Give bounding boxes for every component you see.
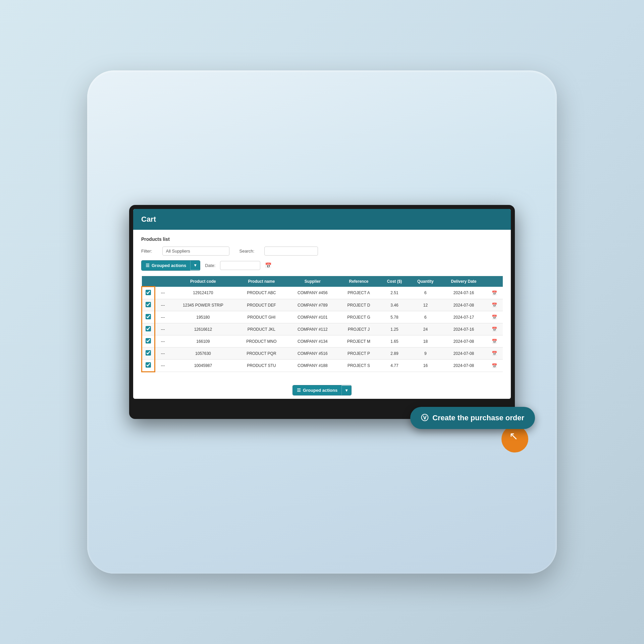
row-handle[interactable]: --- bbox=[155, 323, 170, 335]
cost-cell: 1.25 bbox=[379, 323, 410, 335]
create-purchase-order-button[interactable]: ⓥ Create the purchase order bbox=[410, 407, 535, 429]
row-calendar-icon[interactable]: 📅 bbox=[492, 290, 497, 296]
row-checkbox[interactable] bbox=[146, 290, 151, 295]
row-calendar-icon[interactable]: 📅 bbox=[492, 351, 497, 356]
th-action bbox=[486, 276, 503, 287]
row-checkbox[interactable] bbox=[146, 350, 151, 356]
reference-cell: PROJECT J bbox=[338, 323, 379, 335]
row-handle[interactable]: --- bbox=[155, 335, 170, 347]
bottom-list-icon: ☰ bbox=[297, 388, 301, 393]
checkbox-cell bbox=[142, 287, 155, 299]
table-row: ---1057630PRODUCT PQRCOMPANY #516PROJECT… bbox=[142, 347, 503, 360]
quantity-cell: 6 bbox=[410, 311, 441, 323]
th-product-code: Product code bbox=[170, 276, 236, 287]
table-row: ---166109PRODUCT MNOCOMPANY #134PROJECT … bbox=[142, 335, 503, 347]
cost-cell: 2.51 bbox=[379, 287, 410, 299]
products-table: Product code Product name Supplier Refer… bbox=[141, 276, 503, 373]
product-code-cell: 1057630 bbox=[170, 347, 236, 360]
grouped-actions-main-btn[interactable]: ☰ Grouped actions bbox=[142, 261, 190, 270]
row-handle[interactable]: --- bbox=[155, 311, 170, 323]
bottom-toolbar: ☰ Grouped actions ▼ bbox=[133, 379, 511, 399]
row-handle[interactable]: --- bbox=[155, 287, 170, 299]
reference-cell: PROJECT S bbox=[338, 360, 379, 372]
product-name-cell: PRODUCT GHI bbox=[236, 311, 287, 323]
row-calendar-cell[interactable]: 📅 bbox=[486, 287, 503, 299]
delivery-date-cell: 2024-07-17 bbox=[441, 311, 486, 323]
th-reference: Reference bbox=[338, 276, 379, 287]
search-input[interactable] bbox=[264, 247, 318, 256]
monitor-screen: Cart Products list Filter: Search: ☰ bbox=[133, 209, 511, 399]
row-checkbox[interactable] bbox=[146, 338, 151, 343]
product-name-cell: PRODUCT PQR bbox=[236, 347, 287, 360]
row-calendar-cell[interactable]: 📅 bbox=[486, 335, 503, 347]
row-checkbox[interactable] bbox=[146, 314, 151, 319]
row-checkbox[interactable] bbox=[146, 362, 151, 368]
quantity-cell: 24 bbox=[410, 323, 441, 335]
bottom-grouped-actions-button[interactable]: ☰ Grouped actions ▼ bbox=[292, 385, 352, 395]
checkmark-circle-icon: ⓥ bbox=[421, 413, 428, 423]
delivery-date-cell: 2024-07-08 bbox=[441, 360, 486, 372]
th-dots bbox=[155, 276, 170, 287]
row-calendar-cell[interactable]: 📅 bbox=[486, 347, 503, 360]
reference-cell: PROJECT M bbox=[338, 335, 379, 347]
filter-input[interactable] bbox=[162, 247, 229, 256]
grouped-actions-dropdown-btn[interactable]: ▼ bbox=[190, 261, 200, 270]
row-calendar-icon[interactable]: 📅 bbox=[492, 327, 497, 332]
grouped-actions-button[interactable]: ☰ Grouped actions ▼ bbox=[141, 260, 200, 271]
row-handle[interactable]: --- bbox=[155, 347, 170, 360]
bottom-grouped-actions-main-btn[interactable]: ☰ Grouped actions bbox=[293, 385, 341, 395]
page-title: Cart bbox=[141, 215, 503, 224]
quantity-cell: 9 bbox=[410, 347, 441, 360]
product-code-cell: 129124170 bbox=[170, 287, 236, 299]
product-name-cell: PRODUCT DEF bbox=[236, 299, 287, 311]
quantity-cell: 6 bbox=[410, 287, 441, 299]
th-product-name: Product name bbox=[236, 276, 287, 287]
row-calendar-cell[interactable]: 📅 bbox=[486, 323, 503, 335]
checkbox-cell bbox=[142, 299, 155, 311]
th-delivery-date: Delivery Date bbox=[441, 276, 486, 287]
row-handle[interactable]: --- bbox=[155, 360, 170, 372]
row-checkbox[interactable] bbox=[146, 302, 151, 307]
row-calendar-cell[interactable]: 📅 bbox=[486, 299, 503, 311]
table-row: ---195180PRODUCT GHICOMPANY #101PROJECT … bbox=[142, 311, 503, 323]
row-calendar-icon[interactable]: 📅 bbox=[492, 363, 497, 368]
row-checkbox[interactable] bbox=[146, 326, 151, 331]
table-row: ---129124170PRODUCT ABCCOMPANY #456PROJE… bbox=[142, 287, 503, 299]
filter-row: Filter: Search: bbox=[141, 247, 503, 256]
bottom-grouped-actions-dropdown-btn[interactable]: ▼ bbox=[341, 386, 351, 395]
row-calendar-icon[interactable]: 📅 bbox=[492, 339, 497, 344]
bottom-chevron-down-icon: ▼ bbox=[344, 388, 348, 393]
cart-header: Cart bbox=[133, 209, 511, 230]
supplier-cell: COMPANY #516 bbox=[287, 347, 338, 360]
filter-label: Filter: bbox=[141, 249, 152, 254]
product-name-cell: PRODUCT JKL bbox=[236, 323, 287, 335]
supplier-cell: COMPANY #112 bbox=[287, 323, 338, 335]
delivery-date-cell: 2024-07-16 bbox=[441, 323, 486, 335]
th-checkbox bbox=[142, 276, 155, 287]
product-name-cell: PRODUCT MNO bbox=[236, 335, 287, 347]
th-quantity: Quantity bbox=[410, 276, 441, 287]
reference-cell: PROJECT A bbox=[338, 287, 379, 299]
chevron-down-icon: ▼ bbox=[193, 263, 197, 268]
supplier-cell: COMPANY #101 bbox=[287, 311, 338, 323]
row-calendar-cell[interactable]: 📅 bbox=[486, 360, 503, 372]
row-calendar-icon[interactable]: 📅 bbox=[492, 303, 497, 308]
row-handle[interactable]: --- bbox=[155, 299, 170, 311]
cost-cell: 5.78 bbox=[379, 311, 410, 323]
product-code-cell: 195180 bbox=[170, 311, 236, 323]
search-label: Search: bbox=[239, 249, 255, 254]
quantity-cell: 12 bbox=[410, 299, 441, 311]
checkbox-cell bbox=[142, 323, 155, 335]
checkbox-cell bbox=[142, 347, 155, 360]
table-row: ---10045987PRODUCT STUCOMPANY #188PROJEC… bbox=[142, 360, 503, 372]
row-calendar-icon[interactable]: 📅 bbox=[492, 315, 497, 320]
row-calendar-cell[interactable]: 📅 bbox=[486, 311, 503, 323]
th-supplier: Supplier bbox=[287, 276, 338, 287]
cost-cell: 1.65 bbox=[379, 335, 410, 347]
date-input[interactable] bbox=[220, 261, 260, 270]
products-list-label: Products list bbox=[141, 236, 503, 242]
cost-cell: 3.46 bbox=[379, 299, 410, 311]
calendar-icon[interactable]: 📅 bbox=[265, 262, 272, 269]
delivery-date-cell: 2024-07-08 bbox=[441, 299, 486, 311]
quantity-cell: 18 bbox=[410, 335, 441, 347]
